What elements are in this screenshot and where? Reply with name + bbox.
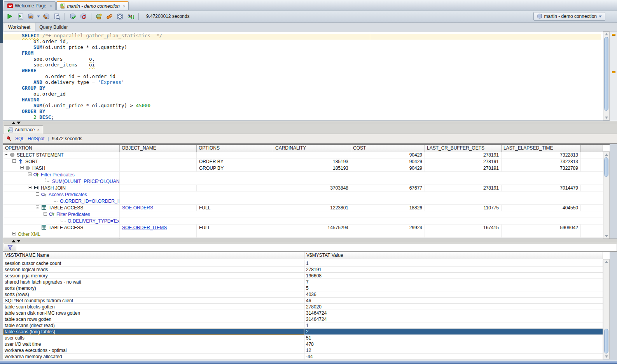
plan-tree-row[interactable]: Access Predicates [3,192,603,198]
hotspot-link[interactable]: HotSpot [28,136,44,141]
stats-row[interactable]: table scan disk non-IMC rows gotten31464… [3,310,603,316]
stats-row[interactable]: table scans (long tables)2 [3,329,603,335]
stats-row[interactable]: workarea memory allocated-44 [3,354,603,360]
code-line[interactable]: soe.order_items oi [22,62,594,68]
code-line[interactable]: ORDER BY [22,108,594,114]
collapse-down-icon[interactable] [17,240,21,242]
plan-tree-row[interactable]: SELECT STATEMENT904292781917322813 [3,152,603,158]
scroll-down-icon[interactable] [605,117,608,119]
plan-column-header[interactable]: OPTIONS [197,145,273,152]
stats-row[interactable]: workarea executions - optimal12 [3,347,603,354]
code-line[interactable]: WHERE [22,68,594,73]
code-line[interactable]: AND o.delivery_type = 'Express' [22,79,594,85]
plan-column-header[interactable]: OBJECT_NAME [120,145,197,152]
autotrace-button[interactable] [26,12,35,21]
scrollbar-thumb[interactable] [604,157,608,177]
plan-tree-row[interactable]: Other XML [3,231,603,238]
run-script-button[interactable] [16,12,24,21]
stats-vertical-scrollbar[interactable] [603,259,610,359]
plan-tree-row[interactable]: HASHGROUP BY185193904292781917322789 [3,165,603,172]
code-line[interactable]: 2 DESC; [22,114,594,120]
close-icon[interactable]: × [37,127,39,132]
rollback-button[interactable] [79,12,87,21]
stats-row[interactable]: table scans (direct read)1 [3,322,603,329]
change-case-button[interactable]: Aa [126,12,135,21]
plan-tree-row[interactable]: SORTORDER BY185193904292781917322813 [3,158,603,165]
tree-collapse-icon[interactable] [12,232,16,235]
stats-row[interactable]: session cursor cache count1 [3,260,603,266]
plan-tree-row[interactable]: SUM(OI.UNIT_PRICE*OI.QUANTITY)>45000 [3,178,603,185]
stats-row[interactable]: SQL*Net roundtrips to/from client46 [3,298,603,304]
plan-column-header[interactable]: COST [351,145,425,152]
tree-collapse-icon[interactable] [28,186,31,189]
stats-row[interactable]: user I/O wait time478 [3,341,603,347]
tree-collapse-icon[interactable] [12,159,16,163]
filter-input[interactable] [16,244,617,251]
plan-tree-row[interactable]: TABLE ACCESSSOE.ORDER_ITEMSFULL145752942… [3,225,603,231]
plan-column-header[interactable]: CARDINALITY [273,145,351,152]
stats-row[interactable]: shared hash latch upgrades - no wait7 [3,279,603,285]
plan-column-header[interactable]: LAST_CR_BUFFER_GETS [425,145,502,152]
scroll-up-icon[interactable] [605,33,608,35]
editor-code[interactable]: SELECT /*+ noparallel gather_plan_statis… [22,33,594,120]
scroll-up-icon[interactable] [605,153,608,156]
tab-query-builder[interactable]: Query Builder [35,23,72,31]
code-line[interactable]: oi.order_id, [22,38,594,44]
plan-tree-row[interactable]: HASH JOIN3703848676772781917014479 [3,185,603,192]
editor-autotrace-splitter[interactable] [3,121,617,124]
stats-row[interactable]: session logical reads278191 [3,266,603,273]
stats-row[interactable]: session pga memory196608 [3,273,603,279]
stats-row[interactable]: table scan rows gotten31464724 [3,316,603,322]
plan-header-filler[interactable] [581,145,603,152]
sql-link[interactable]: SQL [15,136,24,141]
stats-row[interactable]: user calls51 [3,335,603,341]
collapse-up-icon[interactable] [12,240,16,242]
object-name-link[interactable]: SOE.ORDERS [122,205,153,211]
tree-collapse-icon[interactable] [5,153,8,156]
object-name-link[interactable]: SOE.ORDER_ITEMS [122,225,167,230]
code-line[interactable]: soe.orders o, [22,56,594,62]
warning-marker[interactable] [612,71,615,73]
scroll-down-icon[interactable] [605,355,608,358]
tab-worksheet-connection[interactable]: martin - demo connection × [56,1,129,10]
plan-stats-splitter[interactable] [3,239,617,243]
connection-selector[interactable]: martin - demo connection [533,12,605,21]
code-line[interactable]: FROM [22,50,594,56]
sql-tuning-advisor-button[interactable] [52,12,61,21]
tree-collapse-icon[interactable] [44,212,47,216]
tab-welcome-page[interactable]: Welcome Page × [4,1,56,10]
code-line[interactable]: SELECT /*+ noparallel gather_plan_statis… [22,33,594,38]
code-line[interactable]: GROUP BY [22,85,594,91]
plan-tree-row[interactable]: O.DELIVERY_TYPE='Express' [3,218,603,225]
autotrace-dropdown-icon[interactable] [37,16,40,17]
stats-row[interactable]: sorts (memory)5 [3,285,603,291]
commit-button[interactable] [68,12,77,21]
collapse-up-icon[interactable] [12,122,16,124]
warning-marker[interactable] [612,34,615,36]
plan-vertical-scrollbar[interactable] [603,152,610,239]
stats-column-header[interactable]: V$STATNAME Name [3,252,304,259]
plan-tree-row[interactable]: Filter Predicates [3,172,603,178]
tab-worksheet[interactable]: Worksheet [4,23,35,31]
plan-column-header[interactable]: OPERATION [3,145,120,152]
stats-row[interactable]: table scan blocks gotten278020 [3,304,603,310]
scrollbar-thumb[interactable] [604,37,608,111]
plan-tree-row[interactable]: Filter Predicates [3,211,603,218]
run-statement-button[interactable] [5,12,14,21]
plan-column-header[interactable]: LAST_ELAPSED_TIME [502,145,581,152]
unshared-worksheet-button[interactable] [95,12,103,21]
plan-tree-row[interactable]: O.ORDER_ID=OI.ORDER_ID [3,198,603,205]
code-line[interactable]: o.order_id = oi.order_id [22,73,594,79]
plan-tree-row[interactable]: TABLE ACCESSSOE.ORDERSFULL12238011882611… [3,205,603,211]
close-icon[interactable]: × [123,4,125,9]
filter-button[interactable] [4,244,16,251]
stats-column-header[interactable]: V$MYSTAT Value [304,252,603,259]
clear-button[interactable] [105,12,114,21]
scroll-down-icon[interactable] [605,235,608,237]
sql-editor[interactable]: SELECT /*+ noparallel gather_plan_statis… [3,31,610,121]
code-line[interactable]: SUM(oi.unit_price * oi.quantity) [22,44,594,50]
editor-vertical-scrollbar[interactable] [603,31,610,120]
code-line[interactable]: oi.order_id [22,91,594,97]
sql-history-button[interactable] [116,12,124,21]
close-icon[interactable]: × [49,3,52,8]
